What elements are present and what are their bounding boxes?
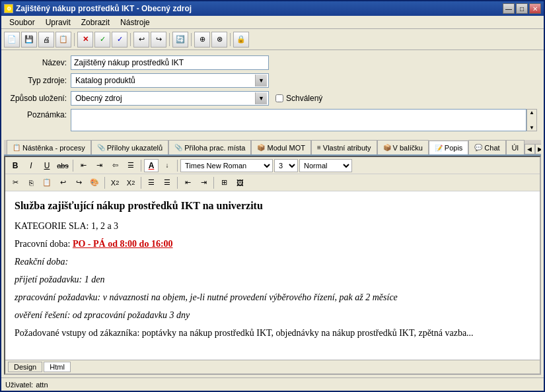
menu-soubor[interactable]: Soubor — [4, 16, 40, 28]
italic-button[interactable]: I — [24, 159, 38, 172]
titlebar-title: ⚙ Zajištěný nákup prostředků IKT - Obecn… — [4, 4, 192, 13]
font-name-select[interactable]: Times New Roman Arial Courier New — [180, 159, 273, 172]
confirm-button[interactable]: ✓ — [94, 32, 110, 48]
tab-popis-label: Popis — [445, 144, 463, 152]
align-right-button[interactable]: ⇦ — [108, 159, 122, 172]
copy-button[interactable]: ⎘ — [24, 176, 38, 189]
tab-prilohy-uk[interactable]: 📎 Přílohy ukazatelů — [91, 140, 168, 154]
tab-nastenkap[interactable]: 📋 Nástěnka - procesy — [7, 140, 91, 154]
table-button[interactable]: ⊞ — [217, 176, 231, 189]
ed-sep-7 — [213, 177, 214, 189]
ed-sep-5 — [141, 177, 141, 189]
tab-chat[interactable]: 💬 Chat — [468, 140, 505, 154]
tab-modul-mot-label: Modul MOT — [267, 144, 305, 152]
print-button[interactable]: 🖨 — [38, 32, 54, 48]
superscript-button[interactable]: X2 — [124, 176, 138, 189]
storage-select[interactable]: Obecný zdroj ▼ — [71, 91, 269, 106]
redo2-button[interactable]: ↪ — [71, 176, 86, 189]
notes-scroll-down[interactable]: ▼ — [529, 125, 534, 131]
undo-button[interactable]: ↩ — [133, 32, 149, 48]
v-balicku-icon: 📦 — [383, 144, 391, 151]
prilohy-uk-icon: 📎 — [97, 144, 105, 151]
subscript-button[interactable]: X2 — [108, 176, 122, 189]
content-line2-label: Pracovní doba: — [15, 239, 70, 249]
cut-button[interactable]: ✂ — [8, 176, 22, 189]
undo2-button[interactable]: ↩ — [55, 176, 70, 189]
font-color-button[interactable]: A — [144, 159, 159, 172]
tabs-scroll-right[interactable]: ▶ — [535, 144, 541, 154]
underline-button[interactable]: U — [40, 159, 54, 172]
list-ol-button[interactable]: ☰ — [160, 176, 174, 189]
statusbar: Uživatel: attn — [1, 377, 544, 391]
tab-ul[interactable]: Úl — [506, 140, 525, 154]
menu-upravit[interactable]: Upravit — [40, 16, 76, 28]
close-button[interactable]: ✕ — [529, 3, 541, 14]
refresh-button[interactable]: 🔄 — [172, 32, 188, 48]
tabs-scroll-left[interactable]: ◀ — [525, 144, 535, 154]
main-window: ⚙ Zajištěný nákup prostředků IKT - Obecn… — [0, 0, 545, 392]
list-ul-button[interactable]: ☰ — [144, 176, 159, 189]
tab-vlastni-atributy[interactable]: ≡ Vlastní atributy — [311, 140, 377, 154]
redo-button[interactable]: ↪ — [151, 32, 166, 48]
menu-zobrazit[interactable]: Zobrazit — [76, 16, 115, 28]
approved-label: Schválený — [286, 94, 322, 103]
type-label: Typ zdroje: — [8, 76, 71, 85]
notes-label: Poznámka: — [8, 109, 71, 119]
content-line4: přijetí požadavku: 1 den — [15, 273, 530, 286]
image-button[interactable]: 🖼 — [233, 176, 247, 189]
align-center-button[interactable]: ⇥ — [92, 159, 106, 172]
font-size-select[interactable]: 1 2 3 4 5 — [274, 159, 298, 172]
tab-v-balicku[interactable]: 📦 V balíčku — [377, 140, 429, 154]
notes-input[interactable] — [71, 109, 527, 131]
indent-less-button[interactable]: ⇤ — [180, 176, 195, 189]
name-input[interactable] — [71, 55, 269, 70]
new-button[interactable]: 📄 — [4, 32, 20, 48]
content-line2: Pracovní doba: PO - PÁ od 8:00 do 16:00 — [15, 237, 530, 251]
tab-priloha-prac[interactable]: 📎 Příloha prac. místa — [168, 140, 251, 154]
storage-row: Způsob uložení: Obecný zdroj ▼ Schválený — [8, 91, 537, 106]
lock-button[interactable]: 🔒 — [233, 32, 249, 48]
bold-button[interactable]: B — [8, 159, 22, 172]
html-tab[interactable]: Html — [44, 362, 71, 372]
bottom-tabs: Design Html — [5, 360, 540, 374]
content-line2-value: PO - PÁ od 8:00 do 16:00 — [73, 239, 173, 249]
ed-sep-6 — [177, 177, 178, 189]
storage-select-arrow[interactable]: ▼ — [255, 92, 267, 104]
font-style-select[interactable]: Normal Heading 1 Heading 2 — [299, 159, 352, 172]
approve-button[interactable]: ✓ — [112, 32, 127, 48]
type-select-arrow[interactable]: ▼ — [255, 75, 267, 86]
delete-button[interactable]: ✕ — [77, 32, 93, 48]
subtract-button[interactable]: ⊗ — [211, 32, 227, 48]
storage-label: Způsob uložení: — [8, 94, 71, 103]
tabs-scroll: ◀ ▶ — [525, 144, 541, 154]
ed-sep-4 — [104, 177, 105, 189]
strikethrough-button[interactable]: abs — [55, 159, 70, 172]
font-highlight-button[interactable]: ↓ — [160, 159, 174, 172]
maximize-button[interactable]: □ — [516, 3, 528, 14]
user-label: Uživatel: — [5, 381, 33, 389]
notes-scroll-up[interactable]: ▲ — [529, 110, 534, 115]
editor-content[interactable]: Služba zajišťující nákup prostředků IKT … — [5, 191, 540, 360]
design-tab[interactable]: Design — [8, 362, 42, 372]
add-button[interactable]: ⊕ — [194, 32, 210, 48]
format-button[interactable]: 🎨 — [87, 176, 102, 189]
form-area: Název: Typ zdroje: Katalog produktů ▼ Zp… — [1, 50, 544, 140]
approved-checkbox[interactable] — [275, 94, 283, 102]
type-select-value: Katalog produktů — [73, 76, 255, 85]
align-left-button[interactable]: ⇤ — [76, 159, 91, 172]
tab-popis[interactable]: 📝 Popis — [429, 141, 469, 155]
menu-nastroje[interactable]: Nástroje — [115, 16, 155, 28]
name-label: Název: — [8, 58, 71, 67]
align-justify-button[interactable]: ☰ — [124, 159, 138, 172]
indent-more-button[interactable]: ⇥ — [196, 176, 211, 189]
main-content: 📋 Nástěnka - procesy 📎 Přílohy ukazatelů… — [1, 140, 544, 377]
save-button[interactable]: 💾 — [21, 32, 37, 48]
app-icon: ⚙ — [4, 4, 13, 13]
tab-modul-mot[interactable]: 📦 Modul MOT — [251, 140, 310, 154]
paste-button[interactable]: 📋 — [40, 176, 54, 189]
name-row: Název: — [8, 55, 537, 70]
tab-nastenkap-label: Nástěnka - procesy — [22, 144, 85, 152]
clipboard-button[interactable]: 📋 — [55, 32, 71, 48]
type-select[interactable]: Katalog produktů ▼ — [71, 73, 269, 88]
minimize-button[interactable]: — — [503, 3, 515, 14]
